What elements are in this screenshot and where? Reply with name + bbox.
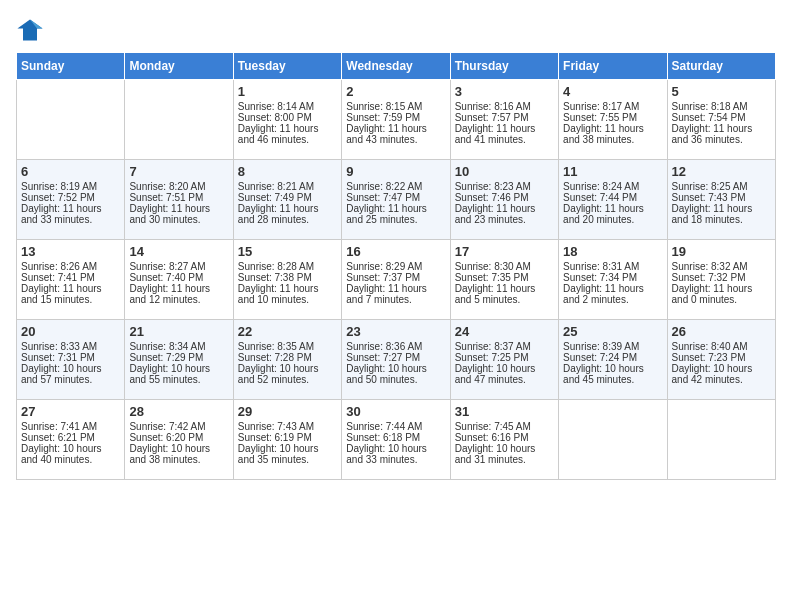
day-info: Sunset: 7:25 PM <box>455 352 554 363</box>
calendar-cell: 30Sunrise: 7:44 AMSunset: 6:18 PMDayligh… <box>342 400 450 480</box>
day-info: Sunrise: 8:35 AM <box>238 341 337 352</box>
day-number: 20 <box>21 324 120 339</box>
day-info: Daylight: 10 hours and 45 minutes. <box>563 363 662 385</box>
calendar-cell <box>667 400 775 480</box>
calendar-cell <box>559 400 667 480</box>
day-info: Sunrise: 8:22 AM <box>346 181 445 192</box>
day-number: 16 <box>346 244 445 259</box>
day-info: Daylight: 11 hours and 20 minutes. <box>563 203 662 225</box>
logo <box>16 16 48 44</box>
day-info: Daylight: 11 hours and 5 minutes. <box>455 283 554 305</box>
day-info: Sunset: 7:28 PM <box>238 352 337 363</box>
logo-icon <box>16 16 44 44</box>
day-info: Sunrise: 8:14 AM <box>238 101 337 112</box>
calendar-cell: 8Sunrise: 8:21 AMSunset: 7:49 PMDaylight… <box>233 160 341 240</box>
day-info: Daylight: 10 hours and 33 minutes. <box>346 443 445 465</box>
calendar-cell: 16Sunrise: 8:29 AMSunset: 7:37 PMDayligh… <box>342 240 450 320</box>
day-number: 13 <box>21 244 120 259</box>
day-info: Daylight: 10 hours and 35 minutes. <box>238 443 337 465</box>
day-info: Sunset: 6:19 PM <box>238 432 337 443</box>
day-info: Sunset: 6:20 PM <box>129 432 228 443</box>
day-info: Sunset: 7:57 PM <box>455 112 554 123</box>
day-info: Daylight: 10 hours and 57 minutes. <box>21 363 120 385</box>
day-info: Daylight: 10 hours and 55 minutes. <box>129 363 228 385</box>
day-number: 12 <box>672 164 771 179</box>
day-info: Sunrise: 8:40 AM <box>672 341 771 352</box>
calendar-day-header: Friday <box>559 53 667 80</box>
day-info: Daylight: 11 hours and 43 minutes. <box>346 123 445 145</box>
calendar-day-header: Thursday <box>450 53 558 80</box>
day-info: Sunrise: 8:33 AM <box>21 341 120 352</box>
day-number: 15 <box>238 244 337 259</box>
calendar-day-header: Tuesday <box>233 53 341 80</box>
calendar-cell: 9Sunrise: 8:22 AMSunset: 7:47 PMDaylight… <box>342 160 450 240</box>
day-number: 26 <box>672 324 771 339</box>
day-number: 22 <box>238 324 337 339</box>
day-info: Sunset: 6:16 PM <box>455 432 554 443</box>
calendar-day-header: Wednesday <box>342 53 450 80</box>
day-info: Daylight: 10 hours and 50 minutes. <box>346 363 445 385</box>
day-number: 24 <box>455 324 554 339</box>
day-info: Sunset: 7:23 PM <box>672 352 771 363</box>
day-info: Daylight: 11 hours and 41 minutes. <box>455 123 554 145</box>
calendar-table: SundayMondayTuesdayWednesdayThursdayFrid… <box>16 52 776 480</box>
day-info: Daylight: 11 hours and 36 minutes. <box>672 123 771 145</box>
calendar-day-header: Sunday <box>17 53 125 80</box>
day-number: 5 <box>672 84 771 99</box>
calendar-week-row: 13Sunrise: 8:26 AMSunset: 7:41 PMDayligh… <box>17 240 776 320</box>
day-info: Sunset: 7:55 PM <box>563 112 662 123</box>
day-number: 10 <box>455 164 554 179</box>
day-number: 3 <box>455 84 554 99</box>
calendar-cell: 19Sunrise: 8:32 AMSunset: 7:32 PMDayligh… <box>667 240 775 320</box>
day-info: Sunset: 7:27 PM <box>346 352 445 363</box>
calendar-cell: 15Sunrise: 8:28 AMSunset: 7:38 PMDayligh… <box>233 240 341 320</box>
calendar-cell: 10Sunrise: 8:23 AMSunset: 7:46 PMDayligh… <box>450 160 558 240</box>
day-info: Sunset: 7:32 PM <box>672 272 771 283</box>
day-info: Sunset: 6:18 PM <box>346 432 445 443</box>
day-number: 1 <box>238 84 337 99</box>
calendar-cell: 21Sunrise: 8:34 AMSunset: 7:29 PMDayligh… <box>125 320 233 400</box>
calendar-cell: 11Sunrise: 8:24 AMSunset: 7:44 PMDayligh… <box>559 160 667 240</box>
day-info: Sunrise: 8:19 AM <box>21 181 120 192</box>
calendar-cell: 2Sunrise: 8:15 AMSunset: 7:59 PMDaylight… <box>342 80 450 160</box>
svg-marker-0 <box>17 20 42 41</box>
calendar-cell: 27Sunrise: 7:41 AMSunset: 6:21 PMDayligh… <box>17 400 125 480</box>
day-info: Sunset: 7:31 PM <box>21 352 120 363</box>
day-number: 23 <box>346 324 445 339</box>
day-info: Sunrise: 8:36 AM <box>346 341 445 352</box>
calendar-week-row: 1Sunrise: 8:14 AMSunset: 8:00 PMDaylight… <box>17 80 776 160</box>
day-number: 30 <box>346 404 445 419</box>
day-info: Sunset: 7:52 PM <box>21 192 120 203</box>
day-number: 7 <box>129 164 228 179</box>
day-info: Daylight: 11 hours and 25 minutes. <box>346 203 445 225</box>
day-info: Daylight: 11 hours and 0 minutes. <box>672 283 771 305</box>
day-info: Daylight: 11 hours and 38 minutes. <box>563 123 662 145</box>
day-number: 29 <box>238 404 337 419</box>
day-number: 18 <box>563 244 662 259</box>
day-info: Sunset: 7:37 PM <box>346 272 445 283</box>
day-info: Sunset: 7:44 PM <box>563 192 662 203</box>
calendar-cell: 13Sunrise: 8:26 AMSunset: 7:41 PMDayligh… <box>17 240 125 320</box>
day-info: Sunrise: 8:37 AM <box>455 341 554 352</box>
day-info: Sunrise: 8:28 AM <box>238 261 337 272</box>
day-info: Sunset: 6:21 PM <box>21 432 120 443</box>
day-number: 31 <box>455 404 554 419</box>
day-info: Sunset: 7:29 PM <box>129 352 228 363</box>
day-info: Sunrise: 8:31 AM <box>563 261 662 272</box>
calendar-cell: 28Sunrise: 7:42 AMSunset: 6:20 PMDayligh… <box>125 400 233 480</box>
calendar-day-header: Saturday <box>667 53 775 80</box>
day-info: Daylight: 11 hours and 28 minutes. <box>238 203 337 225</box>
day-info: Daylight: 10 hours and 40 minutes. <box>21 443 120 465</box>
calendar-cell: 22Sunrise: 8:35 AMSunset: 7:28 PMDayligh… <box>233 320 341 400</box>
day-number: 4 <box>563 84 662 99</box>
day-info: Sunset: 7:54 PM <box>672 112 771 123</box>
day-number: 27 <box>21 404 120 419</box>
day-info: Sunrise: 8:17 AM <box>563 101 662 112</box>
calendar-cell: 31Sunrise: 7:45 AMSunset: 6:16 PMDayligh… <box>450 400 558 480</box>
calendar-cell: 3Sunrise: 8:16 AMSunset: 7:57 PMDaylight… <box>450 80 558 160</box>
day-number: 11 <box>563 164 662 179</box>
day-info: Daylight: 10 hours and 31 minutes. <box>455 443 554 465</box>
day-info: Daylight: 11 hours and 30 minutes. <box>129 203 228 225</box>
calendar-cell: 25Sunrise: 8:39 AMSunset: 7:24 PMDayligh… <box>559 320 667 400</box>
day-info: Sunrise: 8:25 AM <box>672 181 771 192</box>
